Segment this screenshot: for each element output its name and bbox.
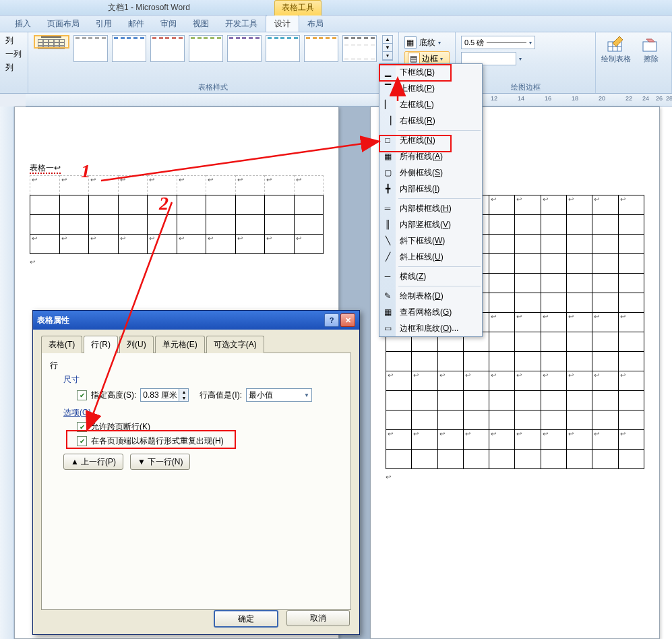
table-style-thumb[interactable] [73, 35, 108, 62]
border-diag-down-icon: ╲ [382, 235, 393, 246]
border-none-icon: □ [382, 135, 393, 146]
borders-menu-item-border-left[interactable]: ▏左框线(L) [379, 96, 482, 113]
ribbon-tab-mailings[interactable]: 邮件 [120, 16, 152, 32]
borders-menu-item-pencil[interactable]: ✎绘制表格(D) [379, 288, 482, 304]
repeat-header-label: 在各页顶端以标题行形式重复出现(H) [91, 435, 224, 447]
borders-menu-item-grid[interactable]: ▦查看网格线(G) [379, 304, 482, 320]
ribbon-tab-strip: 插入 页面布局 引用 邮件 审阅 视图 开发工具 设计 布局 [0, 16, 672, 32]
eraser-icon [642, 35, 660, 53]
height-input[interactable]: ▲▼ [140, 388, 189, 402]
rowcol-label[interactable]: 列 [5, 62, 22, 73]
vertical-ruler[interactable] [0, 106, 14, 639]
word-table-header-row[interactable]: ↩↩↩↩↩↩↩↩↩↩ [30, 175, 324, 195]
table-caption[interactable]: 表格一↩ [30, 161, 324, 175]
border-all-icon: ▦ [382, 151, 393, 162]
table-style-thumb[interactable] [189, 35, 223, 62]
table-style-thumb[interactable] [342, 35, 377, 62]
hr-icon: ─ [382, 271, 393, 282]
ribbon-tab-design[interactable]: 设计 [266, 15, 299, 32]
borders-menu-item-border-bottom[interactable]: ▁下框线(B) [379, 64, 482, 80]
ribbon-tab-review[interactable]: 审阅 [152, 16, 185, 32]
specify-height-label: 指定高度(S): [91, 390, 136, 401]
borders-menu-item-border-outside[interactable]: ▢外侧框线(S) [379, 164, 482, 181]
border-right-icon: ▕ [382, 115, 393, 126]
repeat-header-checkbox[interactable] [77, 436, 87, 446]
ribbon: 列 一列 列 ▲▼▾ 表格样式 ▦ 底纹 ▾ [0, 32, 672, 94]
dialog-tab-cell[interactable]: 单元格(E) [155, 336, 205, 353]
table-style-thumb[interactable] [112, 35, 146, 62]
chevron-down-icon: ▾ [519, 56, 522, 62]
spin-down-icon[interactable]: ▼ [179, 395, 188, 401]
ribbon-tab-developer[interactable]: 开发工具 [217, 16, 266, 32]
rowcol-label[interactable]: 列 [5, 35, 22, 47]
borders-menu-item-border-diag-down[interactable]: ╲斜下框线(W) [379, 233, 482, 249]
borders-menu-item-dialog[interactable]: ▭边框和底纹(O)... [379, 320, 482, 336]
table-style-thumb[interactable] [34, 35, 69, 49]
shading-dropdown[interactable]: ▦ 底纹 ▾ [404, 35, 450, 50]
borders-menu-item-border-inside-v[interactable]: ║内部竖框线(V) [379, 216, 482, 233]
borders-menu-item-border-inside[interactable]: ╋内部框线(I) [379, 181, 482, 197]
dialog-tab-alttext[interactable]: 可选文字(A) [206, 336, 264, 353]
dialog-pane: 行 尺寸 指定高度(S): ▲▼ 行高值是(I): 最小值▼ 选项 [41, 353, 351, 610]
specify-height-checkbox[interactable] [77, 390, 87, 400]
eraser-button[interactable]: 擦除 [636, 35, 666, 64]
shading-icon: ▦ [404, 36, 417, 49]
dialog-help-button[interactable]: ? [324, 313, 339, 327]
borders-menu-item-border-right[interactable]: ▕右框线(R) [379, 113, 482, 129]
ribbon-group-tablestyles: ▲▼▾ 表格样式 [28, 32, 399, 93]
ribbon-tab-references[interactable]: 引用 [88, 16, 120, 32]
ok-button[interactable]: 确定 [214, 610, 278, 628]
border-diag-up-icon: ╱ [382, 251, 393, 262]
line-weight-selector[interactable]: 0.5 磅▾ [461, 36, 535, 49]
table-style-gallery[interactable]: ▲▼▾ [34, 35, 393, 62]
table-style-thumb[interactable] [227, 35, 262, 62]
dialog-close-button[interactable]: ✕ [340, 313, 355, 327]
group-label-styles: 表格样式 [34, 82, 393, 92]
horizontal-ruler[interactable]: 8 10 12 14 16 18 20 22 24 26 28 [26, 94, 672, 106]
gallery-more-button[interactable]: ▲▼▾ [382, 35, 393, 61]
height-is-label: 行高值是(I): [200, 390, 242, 401]
table-style-thumb[interactable] [266, 35, 300, 62]
chevron-down-icon: ▾ [440, 56, 443, 62]
cancel-button[interactable]: 取消 [286, 610, 350, 626]
spin-up-icon[interactable]: ▲ [179, 389, 188, 395]
dialog-titlebar[interactable]: 表格属性 ? ✕ [33, 311, 359, 330]
border-inside-v-icon: ║ [382, 219, 393, 230]
borders-menu-item-border-none[interactable]: □无框线(N) [379, 132, 482, 148]
dialog-tab-row[interactable]: 行(R) [84, 336, 118, 353]
chevron-down-icon: ▼ [304, 392, 309, 398]
annotation-number: 2 [159, 193, 169, 214]
borders-menu-item-border-inside-h[interactable]: ═内部横框线(H) [379, 200, 482, 216]
border-inside-icon: ╋ [382, 183, 393, 194]
borders-menu-item-border-all[interactable]: ▦所有框线(A) [379, 148, 482, 164]
allow-break-label: 允许跨页断行(K) [91, 421, 150, 433]
border-left-icon: ▏ [382, 99, 393, 110]
pencil-icon: ✎ [382, 291, 393, 301]
border-top-icon: ▔ [382, 83, 393, 94]
ribbon-tab-insert[interactable]: 插入 [7, 16, 39, 32]
borders-menu-item-border-diag-up[interactable]: ╱斜上框线(U) [379, 249, 482, 265]
context-tab-tabletools: 表格工具 [274, 0, 322, 16]
borders-menu-item-hr[interactable]: ─横线(Z) [379, 268, 482, 284]
border-outside-icon: ▢ [382, 167, 393, 178]
annotation-number: 1 [81, 160, 90, 182]
prev-row-button[interactable]: ▲ 上一行(P) [63, 454, 123, 470]
borders-menu-item-border-top[interactable]: ▔上框线(P) [379, 80, 482, 96]
options-label: 选项(O) [63, 407, 342, 419]
rowcol-label[interactable]: 一列 [5, 49, 22, 60]
paragraph-mark: ↩ [30, 258, 324, 266]
chevron-down-icon: ▾ [438, 40, 441, 46]
height-rule-select[interactable]: 最小值▼ [246, 388, 312, 402]
ribbon-tab-pagelayout[interactable]: 页面布局 [39, 16, 88, 32]
allow-break-checkbox[interactable] [77, 422, 87, 432]
ribbon-tab-layout[interactable]: 布局 [299, 16, 332, 32]
dialog-tab-table[interactable]: 表格(T) [41, 336, 82, 353]
ribbon-tab-view[interactable]: 视图 [185, 16, 217, 32]
draw-table-button[interactable]: 绘制表格 [601, 35, 631, 64]
next-row-button[interactable]: ▼ 下一行(N) [130, 454, 191, 470]
word-table[interactable]: ↩↩↩↩↩↩↩↩↩↩ [30, 195, 324, 254]
table-style-thumb[interactable] [150, 35, 185, 62]
table-style-thumb[interactable] [304, 35, 338, 62]
dialog-tabs: 表格(T) 行(R) 列(U) 单元格(E) 可选文字(A) [41, 335, 351, 353]
dialog-tab-column[interactable]: 列(U) [119, 336, 154, 353]
